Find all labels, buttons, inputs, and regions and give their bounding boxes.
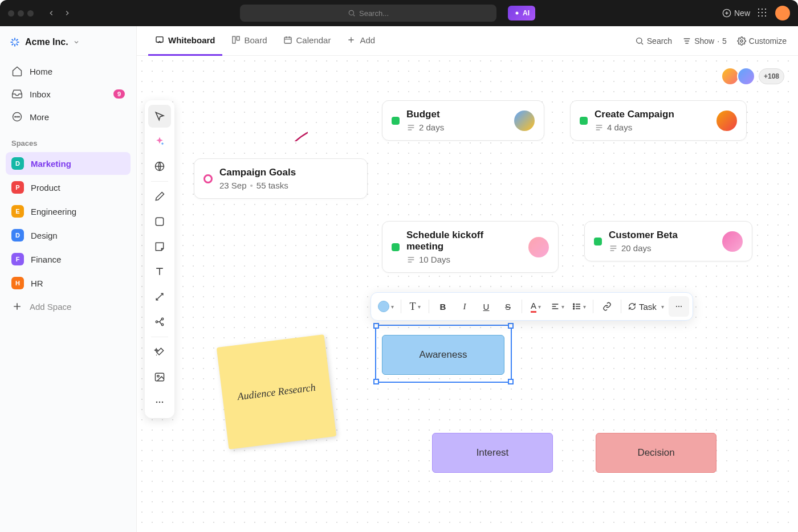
resize-handle[interactable] xyxy=(508,323,514,329)
svg-rect-8 xyxy=(233,36,235,43)
customize-button[interactable]: Customize xyxy=(737,36,787,46)
card-campaign-goals[interactable]: Campaign Goals 23 Sep•55 tasks xyxy=(194,158,368,199)
user-avatar[interactable] xyxy=(775,6,790,21)
card-create-campaign[interactable]: Create Campaign 4 days xyxy=(570,100,747,141)
tool-web[interactable] xyxy=(148,155,171,178)
add-space-button[interactable]: Add Space xyxy=(6,296,131,317)
tool-pointer[interactable] xyxy=(148,105,171,128)
show-button[interactable]: Show·5 xyxy=(682,36,727,46)
strike-button[interactable]: S xyxy=(498,296,518,317)
tool-image[interactable] xyxy=(148,366,171,388)
status-square-icon xyxy=(580,117,588,125)
status-square-icon xyxy=(594,238,602,245)
card-customer-beta[interactable]: Customer Beta 20 days xyxy=(584,221,752,261)
space-badge: E xyxy=(11,205,24,218)
window-controls[interactable] xyxy=(8,10,34,17)
sidebar-item-inbox[interactable]: Inbox 9 xyxy=(6,83,131,105)
assignee-avatar[interactable] xyxy=(716,111,737,131)
flow-node-interest[interactable]: Interest xyxy=(432,433,553,473)
titlebar: Search... AI New xyxy=(0,0,798,26)
tool-magic[interactable] xyxy=(148,341,171,363)
tool-connector[interactable] xyxy=(148,285,171,308)
svg-point-17 xyxy=(161,324,163,325)
tool-ai[interactable] xyxy=(148,130,171,153)
assignee-avatar[interactable] xyxy=(722,231,743,252)
status-square-icon xyxy=(392,117,400,125)
sidebar-space-design[interactable]: D Design xyxy=(6,224,131,247)
sidebar-space-product[interactable]: P Product xyxy=(6,176,131,199)
spaces-label: Spaces xyxy=(6,129,131,151)
tool-pen[interactable] xyxy=(148,185,171,208)
resize-handle[interactable] xyxy=(373,379,379,384)
tool-sticky[interactable] xyxy=(148,235,171,258)
tab-add-view[interactable]: Add xyxy=(340,26,382,56)
sidebar-space-engineering[interactable]: E Engineering xyxy=(6,200,131,223)
nav-forward-button[interactable] xyxy=(60,6,75,21)
flow-node-awareness[interactable]: Awareness xyxy=(382,335,504,375)
resize-handle[interactable] xyxy=(508,379,514,384)
plus-icon xyxy=(11,301,23,312)
svg-point-6 xyxy=(19,116,20,117)
color-picker-button[interactable]: ▾ xyxy=(374,296,397,317)
new-button[interactable]: New xyxy=(722,9,750,18)
svg-point-24 xyxy=(573,306,575,307)
assignee-avatar[interactable] xyxy=(528,237,549,257)
space-badge: P xyxy=(11,181,24,194)
status-ring-icon xyxy=(203,174,213,183)
tool-more[interactable] xyxy=(148,391,171,414)
sidebar-item-home[interactable]: Home xyxy=(6,60,131,82)
sidebar-item-more[interactable]: More xyxy=(6,106,131,128)
more-options-button[interactable] xyxy=(669,296,689,317)
italic-button[interactable]: I xyxy=(454,296,475,317)
underline-button[interactable]: U xyxy=(476,296,496,317)
svg-point-15 xyxy=(156,321,157,322)
sidebar-space-hr[interactable]: H HR xyxy=(6,272,131,294)
sidebar-space-marketing[interactable]: D Marketing xyxy=(6,152,131,175)
list-button[interactable]: ▾ xyxy=(569,296,589,317)
more-collaborators[interactable]: +108 xyxy=(759,68,784,84)
text-color-button[interactable]: A▾ xyxy=(526,296,546,317)
status-square-icon xyxy=(392,243,400,251)
space-badge: D xyxy=(11,157,24,170)
sidebar-space-finance[interactable]: F Finance xyxy=(6,248,131,271)
svg-point-16 xyxy=(161,318,163,320)
tool-text[interactable] xyxy=(148,260,171,283)
global-search-input[interactable]: Search... xyxy=(240,5,496,22)
canvas-collaborators[interactable]: +108 xyxy=(721,67,784,85)
card-title: Budget xyxy=(406,109,444,120)
inbox-icon xyxy=(11,88,23,100)
align-button[interactable]: ▾ xyxy=(547,296,568,317)
convert-task-button[interactable]: Task▾ xyxy=(625,296,667,317)
avatar[interactable] xyxy=(737,67,755,85)
search-placeholder: Search... xyxy=(359,9,389,18)
view-search-button[interactable]: Search xyxy=(635,36,672,46)
font-button[interactable]: T▾ xyxy=(405,296,425,317)
space-badge: D xyxy=(11,229,24,242)
nav-back-button[interactable] xyxy=(44,6,59,21)
plus-icon xyxy=(347,35,356,44)
link-button[interactable] xyxy=(597,296,617,317)
assignee-avatar[interactable] xyxy=(514,111,535,131)
logo-icon xyxy=(9,36,21,48)
svg-point-28 xyxy=(681,306,682,307)
svg-rect-18 xyxy=(156,373,164,380)
sticky-note[interactable]: Audience Research xyxy=(217,334,337,449)
svg-point-11 xyxy=(636,38,641,43)
card-kickoff[interactable]: Schedule kickoff meeting 10 Days xyxy=(382,221,559,273)
bold-button[interactable]: B xyxy=(433,296,453,317)
sidebar: Acme Inc. Home Inbox 9 More Spaces D Mar… xyxy=(0,26,137,532)
tab-calendar[interactable]: Calendar xyxy=(276,26,338,56)
tab-board[interactable]: Board xyxy=(225,26,274,56)
tool-shape[interactable] xyxy=(148,210,171,233)
card-budget[interactable]: Budget 2 days xyxy=(382,100,544,141)
tool-mindmap[interactable] xyxy=(148,310,171,333)
svg-point-21 xyxy=(159,402,161,403)
tab-whiteboard[interactable]: Whiteboard xyxy=(148,26,222,56)
flow-node-decision[interactable]: Decision xyxy=(596,433,716,473)
workspace-switcher[interactable]: Acme Inc. xyxy=(6,34,131,56)
apps-grid-icon[interactable] xyxy=(758,9,767,18)
resize-handle[interactable] xyxy=(373,323,379,329)
whiteboard-canvas[interactable]: +108 xyxy=(137,56,798,532)
ai-button[interactable]: AI xyxy=(508,6,535,21)
description-icon xyxy=(595,123,604,132)
